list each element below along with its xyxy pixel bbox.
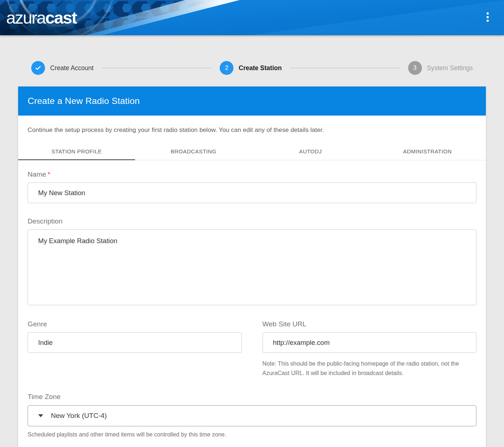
check-icon: [34, 64, 42, 72]
timezone-field-group: Time Zone New York (UTC-4) Scheduled pla…: [28, 393, 476, 438]
step-3-indicator: 3: [408, 61, 422, 75]
description-field-group: Description My Example Radio Station: [28, 217, 476, 305]
kebab-menu-icon[interactable]: [483, 10, 492, 24]
description-textarea[interactable]: My Example Radio Station: [28, 229, 476, 305]
timezone-select[interactable]: New York (UTC-4): [28, 405, 476, 426]
tab-station-profile[interactable]: STATION PROFILE: [18, 143, 135, 160]
card-body: Continue the setup process by creating y…: [18, 116, 486, 447]
timezone-selected-value: New York (UTC-4): [51, 412, 107, 420]
setup-stepper: Create Account 2 Create Station 3 System…: [18, 54, 486, 82]
website-input[interactable]: [263, 332, 477, 353]
logo-text-cast: cast: [45, 8, 77, 27]
intro-text: Continue the setup process by creating y…: [28, 116, 476, 134]
step-1-label: Create Account: [50, 64, 94, 72]
timezone-label: Time Zone: [28, 393, 61, 400]
stepper-step-create-account[interactable]: Create Account: [31, 61, 94, 75]
website-field-group: Web Site URL Note: This should be the pu…: [263, 320, 477, 378]
name-label: Name*: [28, 170, 50, 178]
station-tabs: STATION PROFILE BROADCASTING AUTODJ ADMI…: [18, 143, 486, 160]
name-field-group: Name*: [28, 170, 476, 203]
stepper-step-system-settings[interactable]: 3 System Settings: [408, 61, 473, 75]
create-station-card: Create a New Radio Station Continue the …: [18, 86, 486, 447]
genre-input[interactable]: [28, 332, 242, 353]
app-header: azuracast: [0, 0, 504, 35]
website-label: Web Site URL: [263, 320, 306, 328]
step-2-indicator: 2: [220, 61, 233, 75]
step-1-indicator: [31, 61, 45, 75]
stepper-connector: [290, 68, 400, 68]
step-3-label: System Settings: [427, 64, 473, 72]
stepper-connector: [102, 68, 212, 68]
genre-field-group: Genre: [28, 320, 242, 353]
azuracast-logo: azuracast: [6, 9, 77, 26]
stepper-step-create-station[interactable]: 2 Create Station: [220, 61, 282, 75]
description-label: Description: [28, 217, 62, 225]
name-input[interactable]: [28, 182, 476, 203]
logo-text-azura: azura: [6, 8, 45, 27]
page-title: Create a New Radio Station: [28, 96, 140, 106]
card-header: Create a New Radio Station: [18, 86, 486, 116]
required-asterisk: *: [48, 170, 50, 178]
genre-website-row: Genre Web Site URL Note: This should be …: [28, 320, 476, 378]
tab-broadcasting[interactable]: BROADCASTING: [135, 143, 252, 160]
name-label-text: Name: [28, 170, 46, 178]
step-2-label: Create Station: [239, 64, 282, 72]
tab-administration[interactable]: ADMINISTRATION: [369, 143, 486, 160]
website-note: Note: This should be the public-facing h…: [263, 359, 477, 378]
genre-label: Genre: [28, 320, 47, 328]
timezone-helper-text: Scheduled playlists and other timed item…: [28, 431, 476, 438]
tab-autodj[interactable]: AUTODJ: [252, 143, 369, 160]
chevron-down-icon: [38, 414, 43, 417]
